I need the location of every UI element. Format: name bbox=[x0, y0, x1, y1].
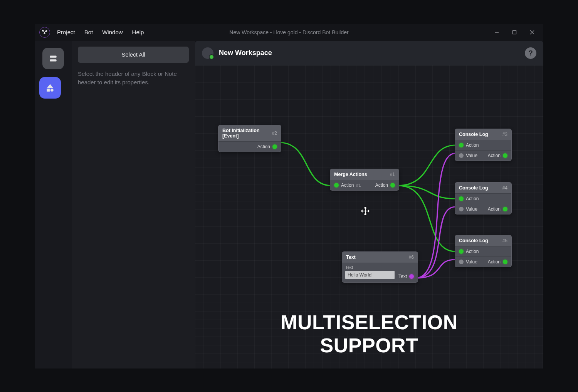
input-port-action[interactable] bbox=[459, 249, 464, 254]
node-row: Action bbox=[455, 246, 511, 256]
node-header[interactable]: Text #6 bbox=[342, 252, 418, 263]
svg-rect-4 bbox=[50, 55, 56, 57]
port-label: Value bbox=[466, 153, 477, 158]
node-title: Bot Initialization [Event] bbox=[222, 128, 272, 139]
app-body: Select All Select the header of any Bloc… bbox=[35, 41, 543, 369]
port-label: Value bbox=[466, 259, 477, 265]
node-merge-actions[interactable]: Merge Actions #1 Action #1 Action bbox=[330, 169, 399, 191]
rail-button-shapes[interactable] bbox=[39, 77, 61, 99]
window-controls bbox=[488, 24, 541, 41]
side-hint-text: Select the header of any Block or Note h… bbox=[78, 70, 189, 87]
node-title: Merge Actions bbox=[334, 172, 367, 177]
node-title: Console Log bbox=[459, 185, 488, 191]
output-port[interactable] bbox=[409, 274, 414, 279]
app-logo bbox=[39, 27, 50, 38]
field-label: Text bbox=[345, 265, 415, 270]
input-port[interactable] bbox=[334, 183, 339, 188]
input-port-action[interactable] bbox=[459, 143, 464, 147]
port-label: Value bbox=[466, 206, 477, 212]
node-id: #4 bbox=[502, 185, 507, 191]
node-header[interactable]: Bot Initialization [Event] #2 bbox=[218, 125, 281, 141]
menu-window[interactable]: Window bbox=[102, 29, 123, 35]
node-id: #3 bbox=[502, 132, 507, 137]
output-port[interactable] bbox=[503, 260, 507, 264]
node-text[interactable]: Text #6 Text Hello World! Text bbox=[342, 251, 418, 283]
node-header[interactable]: Console Log #5 bbox=[455, 235, 511, 246]
node-row: Value Action bbox=[455, 204, 511, 214]
input-port-value[interactable] bbox=[459, 207, 464, 211]
svg-point-8 bbox=[50, 89, 54, 92]
input-port-action[interactable] bbox=[459, 196, 464, 201]
node-title: Console Log bbox=[459, 132, 488, 137]
separator bbox=[283, 47, 283, 59]
node-canvas[interactable]: Bot Initialization [Event] #2 Action bbox=[195, 65, 543, 369]
output-port[interactable] bbox=[390, 183, 395, 188]
port-label: Action bbox=[257, 144, 270, 149]
left-rail bbox=[35, 41, 72, 369]
rail-button-list[interactable] bbox=[42, 48, 64, 69]
node-row: Action bbox=[218, 141, 281, 152]
node-title: Text bbox=[346, 255, 356, 260]
svg-rect-7 bbox=[47, 89, 50, 92]
node-id: #5 bbox=[502, 238, 507, 243]
title-bar: Project Bot Window Help New Workspace - … bbox=[35, 24, 543, 41]
port-label: Action bbox=[466, 249, 479, 254]
node-title: Console Log bbox=[459, 238, 488, 243]
menu-help[interactable]: Help bbox=[132, 29, 144, 35]
port-label: Action bbox=[341, 183, 354, 188]
node-row: Value Action bbox=[455, 256, 511, 267]
close-button[interactable] bbox=[523, 24, 541, 41]
port-label: Action bbox=[488, 259, 501, 265]
svg-rect-1 bbox=[513, 30, 516, 34]
input-port-value[interactable] bbox=[459, 153, 464, 158]
menu-bar: Project Bot Window Help bbox=[57, 29, 144, 35]
menu-project[interactable]: Project bbox=[57, 29, 75, 35]
svg-marker-6 bbox=[47, 84, 53, 88]
workspace-title: New Workspace bbox=[219, 49, 272, 57]
node-bot-initialization[interactable]: Bot Initialization [Event] #2 Action bbox=[218, 125, 281, 152]
output-port[interactable] bbox=[272, 144, 277, 149]
window-title: New Workspace - i love gold - Discord Bo… bbox=[229, 29, 348, 35]
workspace-avatar[interactable] bbox=[202, 47, 213, 59]
select-all-button[interactable]: Select All bbox=[78, 47, 189, 63]
port-label: Action bbox=[488, 153, 501, 158]
port-label: Action bbox=[375, 183, 388, 188]
main-area: New Workspace ? bbox=[195, 41, 543, 369]
port-label: Action bbox=[466, 142, 479, 148]
output-port[interactable] bbox=[503, 207, 507, 211]
text-field[interactable]: Hello World! bbox=[345, 271, 395, 279]
svg-rect-5 bbox=[50, 59, 56, 61]
caption-text: MULTISELECTION SUPPORT bbox=[281, 311, 458, 357]
help-button[interactable]: ? bbox=[525, 47, 536, 59]
port-label: Action bbox=[466, 196, 479, 201]
move-cursor-icon bbox=[361, 206, 370, 216]
menu-bot[interactable]: Bot bbox=[84, 29, 93, 35]
workspace-header: New Workspace ? bbox=[195, 41, 543, 65]
node-id: #2 bbox=[272, 131, 277, 136]
node-header[interactable]: Console Log #4 bbox=[455, 183, 511, 193]
node-console-log-4[interactable]: Console Log #4 Action Value Action bbox=[455, 182, 512, 214]
app-window: Project Bot Window Help New Workspace - … bbox=[35, 24, 543, 369]
node-console-log-3[interactable]: Console Log #3 Action Value Action bbox=[455, 129, 512, 161]
maximize-button[interactable] bbox=[506, 24, 523, 41]
output-port[interactable] bbox=[503, 153, 507, 158]
node-header[interactable]: Merge Actions #1 bbox=[330, 169, 399, 180]
node-body: Text Hello World! Text bbox=[342, 263, 418, 282]
node-id: #6 bbox=[409, 255, 414, 260]
port-label: Action bbox=[488, 206, 501, 212]
node-row: Action #1 Action bbox=[330, 180, 399, 190]
side-panel: Select All Select the header of any Bloc… bbox=[72, 41, 195, 369]
node-row: Value Action bbox=[455, 150, 511, 161]
node-header[interactable]: Console Log #3 bbox=[455, 129, 511, 140]
node-id: #1 bbox=[390, 172, 395, 177]
node-row: Action bbox=[455, 193, 511, 204]
minimize-button[interactable] bbox=[488, 24, 506, 41]
node-row: Action bbox=[455, 140, 511, 150]
port-label: Text bbox=[398, 274, 407, 279]
input-port-value[interactable] bbox=[459, 260, 464, 264]
port-sublabel: #1 bbox=[356, 183, 361, 188]
node-console-log-5[interactable]: Console Log #5 Action Value Action bbox=[455, 235, 512, 267]
